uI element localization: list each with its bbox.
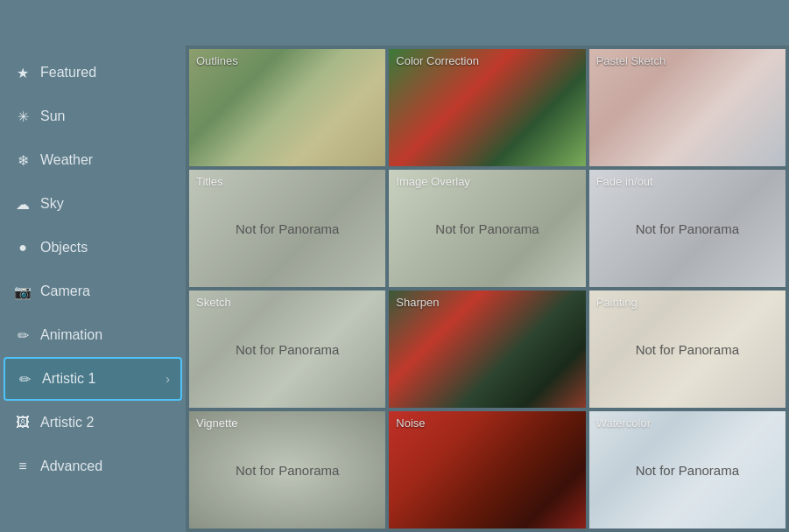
- animation-icon: ✏: [14, 327, 32, 344]
- grid-cell-label-noise: Noise: [396, 416, 425, 430]
- grid-cell-vignette[interactable]: VignetteNot for Panorama: [189, 411, 385, 528]
- sidebar: ★Featured✳Sun❄Weather☁Sky●Objects📷Camera…: [0, 46, 186, 532]
- not-panorama-overlay-image-overlay: Not for Panorama: [389, 170, 585, 287]
- sidebar-item-label-featured: Featured: [40, 65, 172, 80]
- grid-cell-watercolor[interactable]: WatercolorNot for Panorama: [589, 411, 785, 528]
- not-panorama-overlay-sketch: Not for Panorama: [189, 290, 385, 408]
- not-panorama-text-titles: Not for Panorama: [236, 221, 339, 236]
- grid-cell-image-overlay[interactable]: Image OverlayNot for Panorama: [389, 170, 585, 287]
- sidebar-item-objects[interactable]: ●Objects: [0, 226, 186, 270]
- effects-grid: OutlinesColor CorrectionPastel SketchTit…: [186, 46, 789, 532]
- grid-cell-sharpen[interactable]: Sharpen: [389, 290, 585, 408]
- sidebar-item-advanced[interactable]: ≡Advanced: [0, 444, 186, 488]
- sidebar-item-label-artistic1: Artistic 1: [42, 371, 166, 387]
- sidebar-item-camera[interactable]: 📷Camera: [0, 270, 186, 313]
- grid-cell-pastel-sketch[interactable]: Pastel Sketch: [589, 49, 785, 166]
- grid-cell-label-sharpen: Sharpen: [396, 296, 439, 309]
- grid-cell-sketch[interactable]: SketchNot for Panorama: [189, 290, 385, 408]
- sidebar-item-weather[interactable]: ❄Weather: [0, 138, 186, 182]
- weather-icon: ❄: [14, 152, 32, 169]
- not-panorama-text-sketch: Not for Panorama: [236, 342, 339, 357]
- grid-cell-color-correction[interactable]: Color Correction: [389, 49, 585, 166]
- not-panorama-overlay-vignette: Not for Panorama: [189, 411, 385, 528]
- sun-icon: ✳: [14, 108, 32, 125]
- grid-cell-label-pastel-sketch: Pastel Sketch: [596, 54, 666, 67]
- not-panorama-text-vignette: Not for Panorama: [236, 463, 339, 478]
- not-panorama-text-fade-inout: Not for Panorama: [636, 221, 739, 236]
- grid-cell-painting[interactable]: PaintingNot for Panorama: [589, 290, 785, 408]
- sidebar-item-sun[interactable]: ✳Sun: [0, 94, 186, 138]
- sidebar-item-label-sun: Sun: [40, 108, 172, 124]
- back-button[interactable]: [14, 9, 42, 37]
- main-content: ★Featured✳Sun❄Weather☁Sky●Objects📷Camera…: [0, 46, 789, 532]
- artistic2-icon: 🖼: [14, 415, 32, 430]
- sidebar-item-label-artistic2: Artistic 2: [40, 415, 172, 430]
- not-panorama-text-painting: Not for Panorama: [636, 342, 739, 357]
- not-panorama-overlay-fade-inout: Not for Panorama: [589, 170, 785, 287]
- not-panorama-text-image-overlay: Not for Panorama: [435, 221, 539, 236]
- sidebar-item-sky[interactable]: ☁Sky: [0, 182, 186, 226]
- camera-icon: 📷: [14, 284, 32, 300]
- grid-cell-outlines[interactable]: Outlines: [189, 49, 385, 166]
- sidebar-item-label-weather: Weather: [40, 152, 172, 168]
- sky-icon: ☁: [14, 196, 32, 213]
- sidebar-item-artistic1[interactable]: ✏Artistic 1›: [4, 357, 182, 401]
- artistic1-icon: ✏: [16, 371, 33, 388]
- grid-cell-fade-inout[interactable]: Fade in/outNot for Panorama: [589, 170, 785, 287]
- grid-cell-noise[interactable]: Noise: [389, 411, 585, 528]
- chevron-right-icon: ›: [166, 372, 170, 386]
- not-panorama-overlay-watercolor: Not for Panorama: [589, 411, 785, 528]
- sidebar-item-animation[interactable]: ✏Animation: [0, 313, 186, 357]
- objects-icon: ●: [14, 240, 32, 256]
- not-panorama-text-watercolor: Not for Panorama: [636, 463, 739, 478]
- not-panorama-overlay-painting: Not for Panorama: [589, 290, 785, 408]
- sidebar-item-featured[interactable]: ★Featured: [0, 51, 186, 94]
- not-panorama-overlay-titles: Not for Panorama: [189, 170, 385, 287]
- grid-cell-titles[interactable]: TitlesNot for Panorama: [189, 170, 385, 287]
- sidebar-item-label-sky: Sky: [40, 196, 172, 212]
- sidebar-item-label-advanced: Advanced: [40, 458, 172, 474]
- sidebar-item-label-camera: Camera: [40, 284, 172, 299]
- grid-cell-label-outlines: Outlines: [196, 54, 238, 67]
- advanced-icon: ≡: [14, 458, 32, 474]
- sidebar-item-label-objects: Objects: [40, 240, 172, 256]
- featured-icon: ★: [14, 65, 32, 81]
- grid-cell-label-color-correction: Color Correction: [396, 54, 479, 67]
- sidebar-item-label-animation: Animation: [40, 327, 172, 343]
- header: [0, 0, 789, 46]
- sidebar-item-artistic2[interactable]: 🖼Artistic 2: [0, 401, 186, 444]
